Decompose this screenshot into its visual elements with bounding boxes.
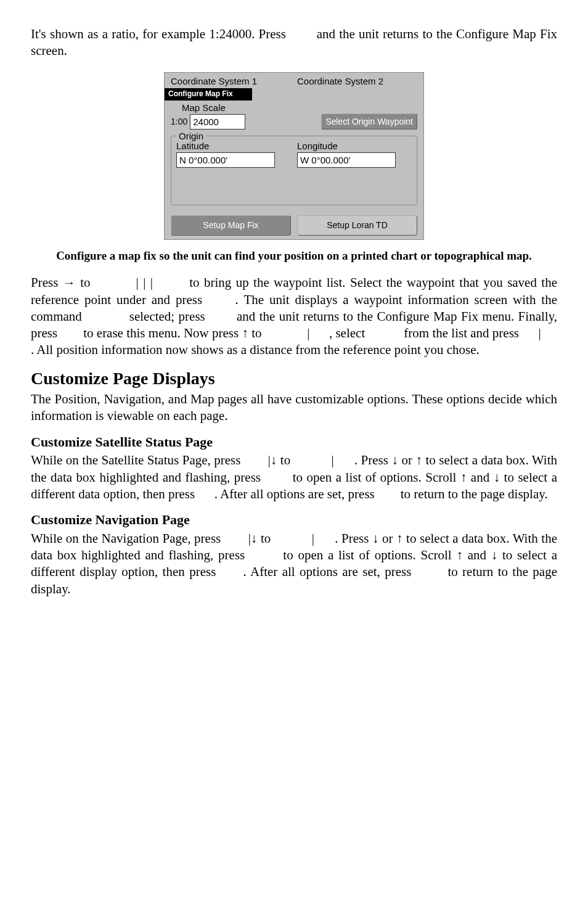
scale-prefix: 1:00 (171, 116, 187, 127)
sat-g: to return to the page display. (401, 487, 548, 501)
map-scale-input[interactable]: 24000 (190, 114, 245, 130)
nav-b: |↓ to (248, 531, 274, 546)
map-scale-label: Map Scale (182, 102, 423, 114)
setup-map-fix-button[interactable]: Setup Map Fix (171, 215, 291, 235)
intro-text-1: It's shown as a ratio, for example 1:240… (31, 27, 290, 41)
origin-fieldset: Origin Latitude Longitude N 0°00.000' W … (171, 136, 417, 205)
longitude-label: Longitude (297, 140, 412, 152)
coord-system-1-label: Coordinate System 1 (171, 75, 291, 88)
figure-caption: Configure a map fix so the unit can find… (47, 249, 541, 264)
p2-g: , select (329, 326, 369, 340)
coord-system-2-label: Coordinate System 2 (297, 75, 417, 88)
p2-i: . All position information now shows as … (31, 342, 480, 357)
p2-d: selected; press (129, 309, 209, 324)
customize-navigation-heading: Customize Navigation Page (31, 511, 557, 529)
latitude-input[interactable]: N 0°00.000' (176, 152, 275, 168)
origin-legend: Origin (176, 130, 206, 142)
p2-bar2: | (307, 326, 309, 340)
p2-f: to erase this menu. Now press ↑ to (83, 326, 265, 340)
nav-f: . After all options are set, press (243, 564, 416, 579)
sat-a: While on the Satellite Status Page, pres… (31, 453, 244, 467)
satellite-paragraph: While on the Satellite Status Page, pres… (31, 452, 557, 503)
customize-intro-paragraph: The Position, Navigation, and Map pages … (31, 391, 557, 425)
customize-satellite-heading: Customize Satellite Status Page (31, 434, 557, 451)
select-origin-waypoint-button[interactable]: Select Origin Waypoint (321, 113, 417, 130)
setup-loran-td-button[interactable]: Setup Loran TD (297, 215, 417, 235)
dialog-title: Configure Map Fix (165, 88, 252, 101)
sat-f: . After all options are set, press (214, 487, 378, 501)
p2-bars: | | | (136, 275, 153, 290)
p2-a: Press → to (31, 275, 95, 290)
waypoint-paragraph: Press → to | | | to bring up the waypoin… (31, 274, 557, 358)
nav-a: While on the Navigation Page, press (31, 531, 224, 546)
nav-c: | (312, 531, 314, 546)
p2-bar3: | (539, 326, 541, 340)
navigation-paragraph: While on the Navigation Page, press |↓ t… (31, 530, 557, 598)
p2-h: from the list and press (404, 326, 522, 340)
longitude-input[interactable]: W 0°00.000' (297, 152, 396, 168)
configure-map-fix-dialog: Coordinate System 1 Coordinate System 2 … (164, 72, 424, 240)
sat-b: |↓ to (268, 453, 294, 467)
customize-page-displays-heading: Customize Page Displays (31, 368, 557, 390)
sat-c: | (331, 453, 333, 467)
intro-paragraph: It's shown as a ratio, for example 1:240… (31, 26, 557, 60)
